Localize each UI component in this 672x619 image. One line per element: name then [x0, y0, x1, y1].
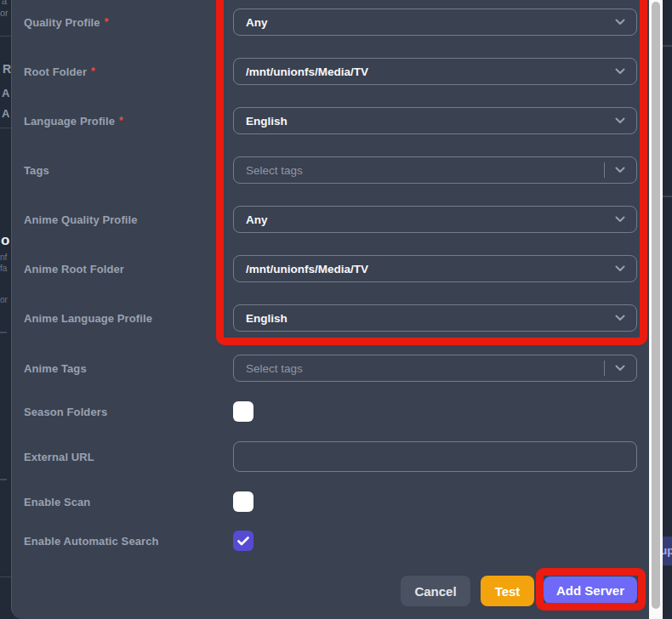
field-label-quality-profile: Quality Profile*	[24, 16, 108, 29]
field-label-text: Enable Scan	[24, 496, 90, 508]
field-label-text: External URL	[24, 451, 94, 463]
add-server-button[interactable]: Add Server	[544, 576, 637, 604]
background-text-fragment: a	[2, 0, 7, 6]
dropdown-value: English	[246, 115, 288, 128]
field-row-external-url: External URL	[12, 441, 648, 472]
quality-profile-dropdown[interactable]: Any	[233, 9, 637, 36]
divider-line	[663, 196, 672, 197]
dropdown-value: Any	[246, 16, 268, 29]
field-label-anime-tags: Anime Tags	[24, 362, 87, 375]
chevron-down-icon	[615, 68, 625, 75]
background-text-fragment: or	[0, 296, 8, 304]
dropdown-value: English	[246, 312, 288, 325]
background-text-fragment: fa	[0, 264, 7, 273]
field-label-text: Anime Language Profile	[24, 312, 152, 325]
cancel-button[interactable]: Cancel	[401, 576, 470, 606]
chevron-down-icon	[615, 365, 625, 372]
root-folder-dropdown[interactable]: /mnt/unionfs/Media/TV	[233, 58, 637, 85]
field-label-enable-scan: Enable Scan	[24, 496, 90, 508]
modal-scrollbar[interactable]	[649, 0, 663, 619]
background-button-fragment: up	[663, 537, 672, 565]
field-label-text: Root Folder	[24, 65, 87, 78]
field-row-enable-scan: Enable Scan	[12, 491, 648, 512]
field-label-language-profile: Language Profile*	[24, 115, 123, 128]
field-row-language-profile: Language Profile*English	[12, 107, 648, 134]
divider-line	[663, 45, 672, 47]
background-text-fragment: o	[1, 233, 9, 247]
divider-line	[0, 128, 11, 128]
dropdown-value: Any	[246, 213, 268, 226]
check-icon	[237, 537, 249, 546]
anime-quality-profile-dropdown[interactable]: Any	[233, 206, 637, 233]
required-asterisk: *	[119, 115, 123, 127]
field-row-season-folders: Season Folders	[12, 401, 648, 422]
anime-tags-dropdown[interactable]: Select tags	[233, 355, 637, 382]
dropdown-divider	[604, 361, 605, 376]
field-label-anime-root-folder: Anime Root Folder	[24, 263, 124, 275]
language-profile-dropdown[interactable]: English	[233, 107, 637, 134]
external-url-input[interactable]	[233, 441, 637, 472]
field-label-text: Anime Tags	[24, 362, 87, 375]
field-row-anime-tags: Anime TagsSelect tags	[12, 355, 648, 382]
tags-dropdown[interactable]: Select tags	[233, 156, 637, 184]
screen: aorRAAonffaor Quality Profile*AnyRoot Fo…	[0, 0, 672, 619]
field-label-text: Enable Automatic Search	[24, 535, 159, 548]
field-label-enable-automatic-search: Enable Automatic Search	[24, 535, 159, 548]
field-row-anime-quality-profile: Anime Quality ProfileAny	[12, 206, 648, 233]
background-page-left: aorRAAonffaor	[0, 0, 11, 619]
background-text-fragment: nf	[0, 253, 7, 262]
required-asterisk: *	[105, 16, 109, 28]
field-label-text: Anime Root Folder	[24, 263, 124, 275]
background-text-fragment: A	[2, 88, 9, 99]
field-label-text: Language Profile	[24, 115, 115, 128]
dropdown-placeholder: Select tags	[246, 362, 303, 375]
chevron-down-icon	[615, 216, 625, 223]
anime-language-profile-dropdown[interactable]: English	[233, 304, 637, 332]
chevron-down-icon	[615, 117, 625, 124]
field-row-root-folder: Root Folder*/mnt/unionfs/Media/TV	[12, 58, 648, 85]
field-label-tags: Tags	[24, 164, 49, 177]
field-label-text: Anime Quality Profile	[24, 213, 138, 226]
field-row-tags: TagsSelect tags	[12, 156, 648, 184]
field-row-anime-root-folder: Anime Root Folder/mnt/unionfs/Media/TV	[12, 255, 648, 282]
field-label-anime-language-profile: Anime Language Profile	[24, 312, 152, 325]
field-label-external-url: External URL	[24, 451, 94, 463]
divider-line	[0, 36, 11, 37]
dropdown-placeholder: Select tags	[246, 164, 303, 177]
field-row-enable-automatic-search: Enable Automatic Search	[12, 531, 648, 551]
test-button[interactable]: Test	[481, 576, 534, 606]
chevron-down-icon	[615, 167, 625, 173]
chevron-down-icon	[615, 265, 625, 272]
field-row-quality-profile: Quality Profile*Any	[12, 9, 648, 36]
field-label-season-folders: Season Folders	[24, 406, 107, 418]
required-asterisk: *	[91, 65, 95, 77]
enable-automatic-search-checkbox[interactable]	[233, 531, 253, 551]
field-label-anime-quality-profile: Anime Quality Profile	[24, 213, 138, 226]
field-label-root-folder: Root Folder*	[24, 65, 95, 78]
background-page-right: up	[663, 0, 672, 619]
chevron-down-icon	[615, 19, 625, 26]
enable-scan-checkbox[interactable]	[233, 491, 253, 512]
background-text-fragment: A	[2, 108, 9, 119]
dropdown-value: /mnt/unionfs/Media/TV	[246, 65, 368, 78]
chevron-down-icon	[615, 315, 625, 321]
add-server-modal: Quality Profile*AnyRoot Folder*/mnt/unio…	[11, 0, 663, 619]
field-row-anime-language-profile: Anime Language ProfileEnglish	[12, 304, 648, 332]
background-button-fragment-label: up	[663, 537, 672, 565]
season-folders-checkbox[interactable]	[233, 401, 253, 422]
divider-line	[0, 479, 7, 480]
dropdown-divider	[604, 162, 605, 178]
scrollbar-thumb[interactable]	[652, 2, 660, 609]
dropdown-value: /mnt/unionfs/Media/TV	[246, 263, 368, 275]
field-label-text: Quality Profile	[24, 16, 100, 29]
anime-root-folder-dropdown[interactable]: /mnt/unionfs/Media/TV	[233, 255, 637, 282]
divider-line	[0, 332, 7, 333]
field-label-text: Season Folders	[24, 406, 107, 418]
field-label-text: Tags	[24, 164, 49, 177]
background-text-fragment: or	[0, 9, 9, 18]
background-text-fragment: R	[3, 63, 11, 75]
divider-line	[0, 576, 11, 577]
